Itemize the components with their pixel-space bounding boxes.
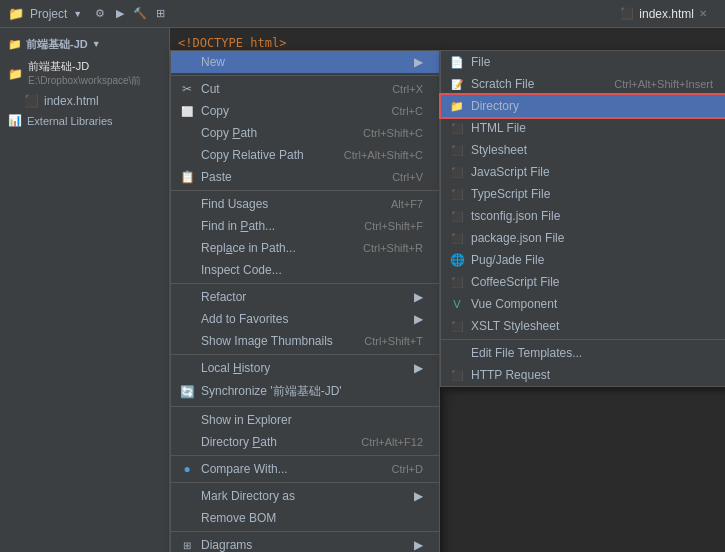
submenu-item-tsconfig[interactable]: ⬛ tsconfig.json File [441,205,725,227]
ctx-item-favorites-label: Add to Favorites [201,312,288,326]
sync-icon: 🔄 [179,384,195,400]
ctx-menu-item-dir-path[interactable]: Directory Path Ctrl+Alt+F12 [171,431,439,453]
ctx-divider-4 [171,354,439,355]
ctx-menu-item-inspect[interactable]: Inspect Code... [171,259,439,281]
html-icon: ⬛ [449,120,465,136]
ctx-menu-item-new[interactable]: New ▶ [171,51,439,73]
mark-dir-arrow: ▶ [414,489,423,503]
ctx-menu-item-history[interactable]: Local History ▶ [171,357,439,379]
ctx-item-cut-label: Cut [201,82,220,96]
directory-icon: 📁 [449,98,465,114]
ctx-item-history-label: Local History [201,361,270,375]
submenu-item-js[interactable]: ⬛ JavaScript File [441,161,725,183]
ctx-menu-item-copy-path[interactable]: Copy Path Ctrl+Shift+C [171,122,439,144]
ctx-divider-8 [171,531,439,532]
http-icon: ⬛ [449,367,465,383]
ctx-item-sync-label: Synchronize '前端基础-JD' [201,383,342,400]
submenu-divider [441,339,725,340]
title-dropdown-icon[interactable]: ▼ [73,9,82,19]
submenu-item-scratch[interactable]: 📝 Scratch File Ctrl+Alt+Shift+Insert [441,73,725,95]
ctx-item-mark-dir-label: Mark Directory as [201,489,295,503]
scratch-shortcut: Ctrl+Alt+Shift+Insert [614,78,713,90]
sidebar-arrow: ▼ [92,39,101,49]
dir-path-shortcut: Ctrl+Alt+F12 [361,436,423,448]
submenu-html-label: HTML File [471,121,526,135]
pug-icon: 🌐 [449,252,465,268]
ctx-item-explorer-label: Show in Explorer [201,413,292,427]
submenu-item-vue[interactable]: V Vue Component [441,293,725,315]
ctx-menu-item-explorer[interactable]: Show in Explorer [171,409,439,431]
build-icon[interactable]: 🔨 [132,6,148,22]
ctx-item-copy-label: Copy [201,104,229,118]
main-layout: 📁 前端基础-JD ▼ 📁 前端基础-JD E:\Dropbox\workspa… [0,28,725,552]
run-icon[interactable]: ▶ [112,6,128,22]
submenu-item-html[interactable]: ⬛ HTML File [441,117,725,139]
title-project-icon: 📁 [8,6,24,21]
ctx-menu-item-copy[interactable]: ⬜ Copy Ctrl+C [171,100,439,122]
ts-icon: ⬛ [449,186,465,202]
submenu-directory-label: Directory [471,99,519,113]
submenu-item-xslt[interactable]: ⬛ XSLT Stylesheet [441,315,725,337]
submenu-item-css[interactable]: ⬛ Stylesheet [441,139,725,161]
ctx-divider-6 [171,455,439,456]
ctx-menu-item-replace-path[interactable]: Replace in Path... Ctrl+Shift+R [171,237,439,259]
ctx-menu-item-remove-bom[interactable]: Remove BOM [171,507,439,529]
submenu-item-coffee[interactable]: ⬛ CoffeeScript File [441,271,725,293]
favorites-arrow: ▶ [414,312,423,326]
sidebar-item-index-html[interactable]: ⬛ index.html [0,91,169,111]
sidebar-item-project-folder[interactable]: 📁 前端基础-JD E:\Dropbox\workspace\前 [0,56,169,91]
ctx-menu-item-compare[interactable]: ● Compare With... Ctrl+D [171,458,439,480]
sidebar-project-name: 前端基础-JD [26,37,88,52]
ctx-menu-item-cut[interactable]: ✂ Cut Ctrl+X [171,78,439,100]
tab-html-icon: ⬛ [620,7,634,20]
ctx-divider-7 [171,482,439,483]
paste-icon: 📋 [179,169,195,185]
ctx-item-compare-label: Compare With... [201,462,288,476]
compare-shortcut: Ctrl+D [392,463,423,475]
sidebar: 📁 前端基础-JD ▼ 📁 前端基础-JD E:\Dropbox\workspa… [0,28,170,552]
coffee-icon: ⬛ [449,274,465,290]
ctx-item-refactor-label: Refactor [201,290,246,304]
submenu-item-edit-templates[interactable]: Edit File Templates... [441,342,725,364]
ctx-menu-item-mark-dir[interactable]: Mark Directory as ▶ [171,485,439,507]
ctx-item-new-label: New [201,55,225,69]
ctx-menu-item-thumbnails[interactable]: Show Image Thumbnails Ctrl+Shift+T [171,330,439,352]
title-bar: 📁 Project ▼ ⚙ ▶ 🔨 ⊞ ⬛ index.html ✕ [0,0,725,28]
diagrams-arrow: ▶ [414,538,423,552]
ctx-menu-item-find-path[interactable]: Find in Path... Ctrl+Shift+F [171,215,439,237]
ctx-menu-item-refactor[interactable]: Refactor ▶ [171,286,439,308]
ctx-item-thumbnails-label: Show Image Thumbnails [201,334,333,348]
ctx-item-dir-path-label: Directory Path [201,435,277,449]
ctx-menu-item-diagrams[interactable]: ⊞ Diagrams ▶ [171,534,439,552]
submenu-item-file[interactable]: 📄 File [441,51,725,73]
submenu-item-package[interactable]: ⬛ package.json File [441,227,725,249]
submenu-edit-templates-label: Edit File Templates... [471,346,582,360]
sidebar-header: 📁 前端基础-JD ▼ [0,32,169,56]
submenu-scratch-label: Scratch File [471,77,534,91]
submenu-http-label: HTTP Request [471,368,550,382]
tab-index-html[interactable]: ⬛ index.html ✕ [610,4,717,24]
ctx-menu-item-favorites[interactable]: Add to Favorites ▶ [171,308,439,330]
submenu-xslt-label: XSLT Stylesheet [471,319,559,333]
ctx-menu-item-copy-rel-path[interactable]: Copy Relative Path Ctrl+Alt+Shift+C [171,144,439,166]
ctx-menu-item-paste[interactable]: 📋 Paste Ctrl+V [171,166,439,188]
submenu-pug-label: Pug/Jade File [471,253,544,267]
submenu-item-directory[interactable]: 📁 Directory [441,95,725,117]
ctx-menu-item-find-usages[interactable]: Find Usages Alt+F7 [171,193,439,215]
tab-close-icon[interactable]: ✕ [699,8,707,19]
settings-icon[interactable]: ⚙ [92,6,108,22]
submenu-item-pug[interactable]: 🌐 Pug/Jade File [441,249,725,271]
ctx-item-copy-rel-label: Copy Relative Path [201,148,304,162]
ctx-divider-1 [171,75,439,76]
copy-icon: ⬜ [179,103,195,119]
submenu-item-http[interactable]: ⬛ HTTP Request [441,364,725,386]
layout-icon[interactable]: ⊞ [152,6,168,22]
package-icon: ⬛ [449,230,465,246]
ctx-menu-item-sync[interactable]: 🔄 Synchronize '前端基础-JD' [171,379,439,404]
folder-icon: 📁 [8,67,23,81]
sidebar-item-external-lib[interactable]: 📊 External Libraries [0,111,169,130]
submenu-item-ts[interactable]: ⬛ TypeScript File [441,183,725,205]
ctx-item-paste-label: Paste [201,170,232,184]
sidebar-project-folder-label: 前端基础-JD E:\Dropbox\workspace\前 [28,59,161,88]
copy-path-shortcut: Ctrl+Shift+C [363,127,423,139]
